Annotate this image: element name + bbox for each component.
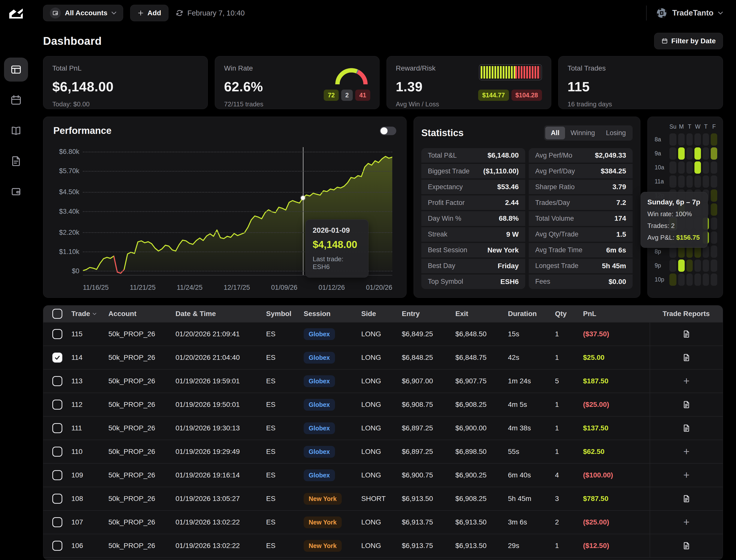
heatmap-cell[interactable]	[678, 273, 685, 286]
heatmap-cell[interactable]	[711, 203, 717, 216]
cell-trade-id: 112	[71, 401, 108, 409]
heatmap-cell[interactable]	[711, 259, 717, 272]
heatmap-cell[interactable]	[711, 175, 717, 188]
sidebar-item-wallet[interactable]	[4, 180, 28, 204]
table-row[interactable]: 10750k_PROP_2601/19/2026 13:02:22ESNew Y…	[43, 510, 723, 534]
row-checkbox[interactable]	[52, 329, 62, 339]
heatmap-cell[interactable]	[694, 259, 701, 272]
heatmap-cell[interactable]	[669, 273, 676, 286]
sidebar-item-reports-file[interactable]	[4, 149, 28, 173]
stats-tab-winning[interactable]: Winning	[565, 127, 601, 139]
trades-table-header: TradeAccountDate & TimeSymbolSessionSide…	[43, 306, 723, 322]
cell-trade-report: +	[650, 511, 723, 534]
heatmap-cell[interactable]	[686, 133, 693, 146]
cell-account: 50k_PROP_26	[108, 471, 175, 479]
heatmap-cell[interactable]	[694, 161, 701, 174]
sidebar-item-dashboard[interactable]	[4, 58, 28, 82]
row-checkbox[interactable]	[52, 517, 62, 527]
refresh-icon[interactable]	[175, 9, 183, 17]
heatmap-cell[interactable]	[686, 259, 693, 272]
tooltip-note: Last trade: ESH6	[313, 255, 361, 271]
heatmap-cell[interactable]	[703, 175, 709, 188]
stat-value: $384.25	[601, 167, 626, 175]
row-checkbox[interactable]	[52, 541, 62, 551]
heatmap-cell[interactable]	[711, 231, 717, 244]
table-row[interactable]: 10650k_PROP_2601/19/2026 13:02:22ESNew Y…	[43, 534, 723, 557]
heatmap-cell[interactable]	[711, 189, 717, 202]
row-checkbox[interactable]	[52, 423, 62, 433]
cell-entry: $6,907.00	[402, 377, 455, 385]
heatmap-cell[interactable]	[703, 273, 709, 286]
table-row[interactable]: 11350k_PROP_2601/19/2026 19:59:01ESGlobe…	[43, 369, 723, 393]
heatmap-cell[interactable]	[694, 147, 701, 160]
heatmap-cell[interactable]	[711, 273, 717, 286]
heatmap-cell[interactable]	[669, 161, 676, 174]
select-all-checkbox[interactable]	[52, 309, 62, 319]
heatmap-cell[interactable]	[678, 175, 685, 188]
row-checkbox[interactable]	[52, 470, 62, 480]
heatmap-cell[interactable]	[711, 147, 717, 160]
cell-trade-report: +	[650, 440, 723, 463]
heatmap-cell[interactable]	[711, 161, 717, 174]
table-row[interactable]: 11450k_PROP_2601/20/2026 21:04:40ESGlobe…	[43, 346, 723, 369]
stat-label: Top Symbol	[428, 278, 463, 286]
add-report-icon[interactable]: +	[683, 516, 690, 528]
heatmap-cell[interactable]	[669, 147, 676, 160]
filter-by-date-button[interactable]: Filter by Date	[654, 33, 723, 49]
heatmap-cell[interactable]	[678, 161, 685, 174]
table-row[interactable]: 11250k_PROP_2601/19/2026 19:50:01ESGlobe…	[43, 393, 723, 416]
heatmap-cell[interactable]	[686, 161, 693, 174]
row-checkbox[interactable]	[52, 400, 62, 410]
row-checkbox[interactable]	[52, 447, 62, 457]
row-checkbox[interactable]	[52, 353, 62, 363]
sidebar-item-calendar[interactable]	[4, 88, 28, 112]
table-row[interactable]: 11050k_PROP_2601/19/2026 19:29:49ESGlobe…	[43, 440, 723, 463]
account-selector[interactable]: All Accounts	[43, 5, 123, 21]
table-row[interactable]: 11550k_PROP_2601/20/2026 21:09:41ESGlobe…	[43, 322, 723, 346]
heatmap-cell[interactable]	[669, 133, 676, 146]
journal-book-icon	[10, 125, 22, 136]
heatmap-cell[interactable]	[703, 161, 709, 174]
heatmap-cell[interactable]	[703, 259, 709, 272]
heatmap-cell[interactable]	[686, 273, 693, 286]
heatmap-cell[interactable]	[686, 147, 693, 160]
heatmap-cell[interactable]	[669, 259, 676, 272]
row-checkbox[interactable]	[52, 494, 62, 504]
heatmap-cell[interactable]	[711, 133, 717, 146]
performance-toggle[interactable]	[380, 127, 396, 135]
row-checkbox[interactable]	[52, 376, 62, 386]
table-row[interactable]: 10950k_PROP_2601/19/2026 19:16:14ESGlobe…	[43, 463, 723, 487]
heatmap-cell[interactable]	[711, 245, 717, 258]
sidebar-item-journal-book[interactable]	[4, 119, 28, 143]
heatmap-cell[interactable]	[669, 175, 676, 188]
heatmap-cell[interactable]	[694, 175, 701, 188]
gridline	[83, 211, 392, 212]
heatmap-cell[interactable]	[678, 147, 685, 160]
heatmap-cell[interactable]	[694, 273, 701, 286]
heatmap-cell[interactable]	[711, 217, 717, 230]
stat-label: Avg Perf/Mo	[535, 152, 572, 159]
sort-chevron-icon	[93, 313, 96, 315]
add-report-icon[interactable]: +	[683, 446, 690, 458]
stat-label: Fees	[535, 278, 550, 286]
brand-menu[interactable]: TradeTanto	[646, 6, 723, 21]
heatmap-cell[interactable]	[703, 147, 709, 160]
cell-pnl: ($100.00)	[583, 471, 650, 479]
cell-entry: $6,908.75	[402, 401, 455, 409]
table-row[interactable]: 10850k_PROP_2601/19/2026 13:05:27ESNew Y…	[43, 487, 723, 510]
heatmap-cell[interactable]	[703, 133, 709, 146]
table-row[interactable]: 11150k_PROP_2601/19/2026 19:30:13ESGlobe…	[43, 416, 723, 440]
stats-tab-all[interactable]: All	[545, 127, 565, 139]
add-button[interactable]: Add	[130, 5, 168, 21]
stats-tab-losing[interactable]: Losing	[600, 127, 631, 139]
add-report-icon[interactable]: +	[683, 375, 690, 387]
heatmap-cell[interactable]	[694, 133, 701, 146]
add-report-icon[interactable]: +	[683, 469, 690, 481]
session-badge: Globex	[304, 422, 335, 434]
heatmap-cell[interactable]	[678, 133, 685, 146]
column-header-trade[interactable]: Trade	[71, 310, 108, 318]
heatmap-cell[interactable]	[686, 175, 693, 188]
kpi-label: Total Trades	[568, 64, 612, 72]
heatmap-cell[interactable]	[678, 259, 685, 272]
cell-account: 50k_PROP_26	[108, 354, 175, 362]
